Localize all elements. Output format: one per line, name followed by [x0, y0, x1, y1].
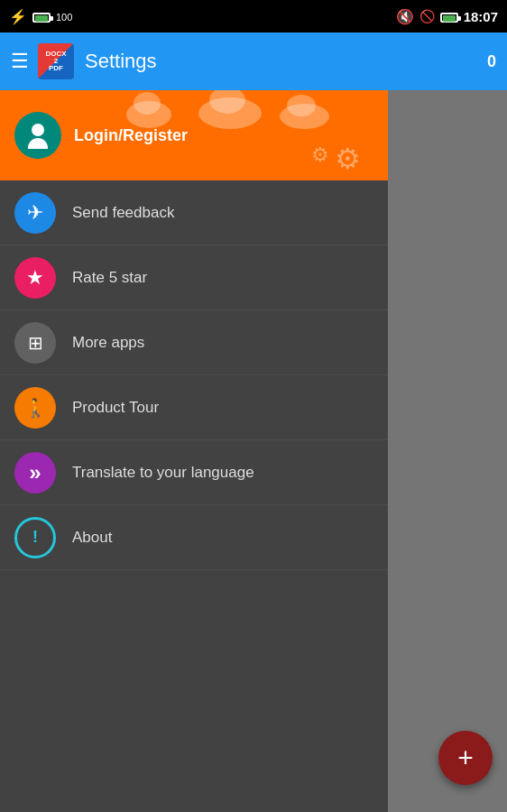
- app-logo: DOCX 2 PDF: [38, 43, 74, 79]
- notification-badge: 0: [487, 52, 496, 71]
- mute-icon: 🔇: [396, 8, 414, 25]
- gear-small-icon: ⚙: [311, 143, 329, 167]
- status-time: 18:07: [464, 9, 498, 24]
- login-banner[interactable]: ⚙ ⚙ Login/Register: [0, 90, 388, 180]
- cloud-decoration-1: [126, 101, 171, 128]
- status-bar: ⚡ 100 🔇 🚫 18:07: [0, 0, 507, 32]
- product-tour-label: Product Tour: [72, 399, 159, 417]
- more-apps-label: More apps: [72, 334, 144, 352]
- logo-text-bottom: PDF: [49, 65, 63, 72]
- menu-item-send-feedback[interactable]: ✈ Send feedback: [0, 180, 388, 245]
- main-area: ⚙ ⚙ Login/Register ✈ Send feedback ★ Rat…: [0, 90, 507, 812]
- status-left: ⚡ 100: [9, 8, 72, 25]
- menu-item-translate[interactable]: » Translate to your language: [0, 440, 388, 505]
- menu-list: ✈ Send feedback ★ Rate 5 star ⊞ More app…: [0, 180, 388, 570]
- menu-item-about[interactable]: ! About: [0, 505, 388, 570]
- translate-label: Translate to your language: [72, 464, 254, 482]
- avatar-person-icon: [26, 124, 50, 147]
- send-feedback-icon: ✈: [14, 192, 56, 234]
- gear-large-icon: ⚙: [335, 142, 361, 176]
- block-icon: 🚫: [419, 9, 435, 23]
- right-panel: +: [388, 90, 507, 812]
- left-panel: ⚙ ⚙ Login/Register ✈ Send feedback ★ Rat…: [0, 90, 388, 812]
- cloud-decoration-3: [280, 104, 329, 129]
- translate-icon: »: [14, 452, 56, 494]
- hamburger-icon[interactable]: ☰: [11, 50, 29, 73]
- app-title: Settings: [85, 50, 487, 73]
- about-icon: !: [14, 517, 56, 558]
- menu-item-more-apps[interactable]: ⊞ More apps: [0, 310, 388, 375]
- fab-button[interactable]: +: [438, 731, 493, 785]
- rate-5-star-icon: ★: [14, 257, 56, 299]
- fab-plus-icon: +: [457, 744, 474, 771]
- app-bar: ☰ DOCX 2 PDF Settings 0: [0, 32, 507, 90]
- login-register-label: Login/Register: [74, 126, 188, 145]
- rate-5-star-label: Rate 5 star: [72, 269, 147, 287]
- menu-item-rate-5-star[interactable]: ★ Rate 5 star: [0, 245, 388, 310]
- cloud-decoration-2: [198, 97, 262, 129]
- battery-icon: [440, 9, 458, 23]
- about-label: About: [72, 529, 112, 547]
- usb-icon: ⚡: [9, 8, 27, 25]
- send-feedback-label: Send feedback: [72, 204, 174, 222]
- avatar: [14, 112, 61, 159]
- menu-item-product-tour[interactable]: 🚶 Product Tour: [0, 375, 388, 440]
- battery-status-icon: 100: [32, 9, 72, 23]
- status-right: 🔇 🚫 18:07: [396, 8, 498, 25]
- more-apps-icon: ⊞: [14, 322, 56, 364]
- product-tour-icon: 🚶: [14, 387, 56, 429]
